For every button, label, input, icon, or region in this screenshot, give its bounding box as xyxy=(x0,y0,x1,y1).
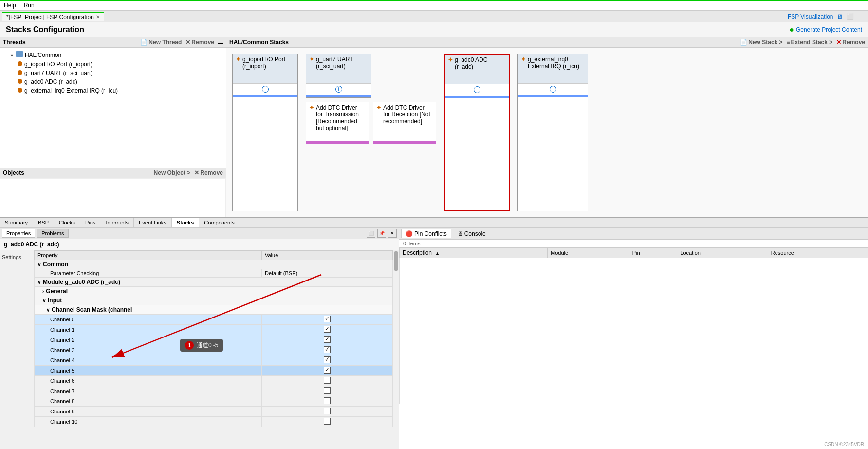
new-object-btn[interactable]: New Object > xyxy=(154,169,191,176)
remove-object-icon: ✕ xyxy=(194,169,199,176)
tooltip-circle: 1 xyxy=(185,341,194,350)
ch9-value[interactable] xyxy=(261,407,392,417)
subsection-general[interactable]: ›General xyxy=(35,287,393,296)
dtc-card-rx[interactable]: ✦ Add DTC Driver for Reception [Not reco… xyxy=(373,102,436,144)
section-common[interactable]: ∨Common xyxy=(35,260,393,269)
threads-header: Threads 📄 New Thread ✕ Remove ▬ xyxy=(0,37,226,48)
pin-table: Description ▲ Module Pin Location Resour… xyxy=(399,247,868,404)
section-module[interactable]: ∨Module g_adc0 ADC (r_adc) xyxy=(35,278,393,287)
row-ch1[interactable]: Channel 1 xyxy=(35,325,393,335)
info-icon-ioport[interactable]: i xyxy=(262,86,269,93)
subsection-input[interactable]: ∨Input xyxy=(35,296,393,305)
pin-col-desc: Description ▲ xyxy=(400,248,548,258)
info-icon-uart[interactable]: i xyxy=(335,86,342,93)
card-header-uart: ✦ g_uart7 UART (r_sci_uart) xyxy=(306,54,371,83)
console-tab[interactable]: 🖥 Console xyxy=(453,229,490,238)
minimize-threads-icon[interactable]: ▬ xyxy=(218,40,223,45)
nav-tab-bsp[interactable]: BSP xyxy=(33,218,54,227)
generate-btn[interactable]: ● Generate Project Content xyxy=(789,25,862,34)
nav-tab-clocks[interactable]: Clocks xyxy=(54,218,80,227)
menu-run[interactable]: Run xyxy=(24,2,35,9)
main-tab[interactable]: *[FSP_Project] FSP Configuration ✕ xyxy=(2,12,104,21)
ch8-value[interactable] xyxy=(261,396,392,407)
col-property: Property xyxy=(35,251,262,260)
tree-item-uart[interactable]: g_uart7 UART (r_sci_uart) xyxy=(0,69,226,77)
restore-icon[interactable]: ⬜ xyxy=(847,13,854,20)
pin-count: 0 items xyxy=(399,240,868,247)
new-stack-btn[interactable]: 📄 New Stack > xyxy=(740,39,782,46)
remove-object-btn[interactable]: ✕ Remove xyxy=(194,169,223,176)
remove-stack-btn[interactable]: ✕ Remove xyxy=(836,39,865,46)
menu-help[interactable]: Help xyxy=(4,2,16,9)
new-thread-btn[interactable]: 📄 New Thread xyxy=(140,39,182,46)
blue-bar-irq xyxy=(518,95,588,97)
pin-col-resource: Resource xyxy=(768,248,868,258)
ch1-value[interactable] xyxy=(261,325,392,335)
row-ch4[interactable]: Channel 4 xyxy=(35,355,393,366)
row-ch5[interactable]: Channel 5 xyxy=(35,366,393,376)
info-icon-adc[interactable]: i xyxy=(474,86,480,93)
remove-thread-btn[interactable]: ✕ Remove xyxy=(185,39,214,46)
card-info-ioport: i xyxy=(233,83,297,94)
props-tool-pin[interactable]: 📌 xyxy=(377,229,386,238)
ch2-label: Channel 2 xyxy=(35,335,262,345)
props-title-text: g_adc0 ADC (r_adc) xyxy=(4,241,59,248)
minimize-icon[interactable]: ─ xyxy=(858,13,862,20)
fsp-viz-icon2: 🖥 xyxy=(837,13,843,20)
ch6-value[interactable] xyxy=(261,376,392,386)
nav-tab-stacks[interactable]: Stacks xyxy=(172,218,199,227)
pin-conflicts-tab[interactable]: 🔴 Pin Conflicts xyxy=(401,229,451,238)
dtc-group: ✦ Add DTC Driver for Transmission [Recom… xyxy=(306,102,436,144)
ch3-value[interactable] xyxy=(261,345,392,355)
ch7-value[interactable] xyxy=(261,386,392,396)
ch2-value[interactable] xyxy=(261,335,392,345)
close-icon[interactable]: ✕ xyxy=(96,14,100,19)
row-ch9[interactable]: Channel 9 xyxy=(35,407,393,417)
extend-stack-btn[interactable]: ≡ Extend Stack > xyxy=(787,39,833,46)
ch10-value[interactable] xyxy=(261,417,392,427)
nav-tab-components[interactable]: Components xyxy=(199,218,240,227)
row-ch10[interactable]: Channel 10 xyxy=(35,417,393,427)
row-ch0[interactable]: Channel 0 xyxy=(35,315,393,325)
props-tab-problems[interactable]: Problems xyxy=(37,229,68,238)
nav-tab-eventlinks[interactable]: Event Links xyxy=(134,218,172,227)
section-module-label: Module g_adc0 ADC (r_adc) xyxy=(43,279,120,285)
dtc-card-tx[interactable]: ✦ Add DTC Driver for Transmission [Recom… xyxy=(306,102,369,144)
stack-card-irq[interactable]: ✦ g_external_irq0 External IRQ (r_icu) i xyxy=(517,54,588,211)
nav-tab-interrupts[interactable]: Interrupts xyxy=(101,218,134,227)
stack-card-adc[interactable]: ✦ g_adc0 ADC (r_adc) i xyxy=(444,54,510,211)
row-ch8[interactable]: Channel 8 xyxy=(35,396,393,407)
ch4-label: Channel 4 xyxy=(35,355,262,366)
stack-card-ioport[interactable]: ✦ g_ioport I/O Port (r_ioport) i xyxy=(232,54,298,211)
row-param-checking[interactable]: Parameter Checking Default (BSP) xyxy=(35,269,393,278)
tree-item-adc[interactable]: g_adc0 ADC (r_adc) xyxy=(0,77,226,86)
pin-empty-row xyxy=(400,258,868,404)
scrollbar[interactable] xyxy=(393,250,399,449)
threads-panel: Threads 📄 New Thread ✕ Remove ▬ xyxy=(0,37,226,217)
tree-item-ioport[interactable]: g_ioport I/O Port (r_ioport) xyxy=(0,60,226,69)
props-toolbar: ⬜ 📌 ✕ xyxy=(367,229,397,238)
props-table-area[interactable]: Property Value ∨Common Parameter Checkin… xyxy=(34,250,393,449)
props-tool-expand[interactable]: ⬜ xyxy=(367,229,375,238)
ch4-value[interactable] xyxy=(261,355,392,366)
subsubsection-channel-scan[interactable]: ∨Channel Scan Mask (channel xyxy=(35,305,393,315)
ch5-value[interactable] xyxy=(261,366,392,376)
fsp-viz-tab[interactable]: FSP Visualization xyxy=(788,13,833,20)
stack-card-uart[interactable]: ✦ g_uart7 UART (r_sci_uart) i xyxy=(306,54,371,98)
props-tool-close[interactable]: ✕ xyxy=(388,229,397,238)
plus-icon-adc: ✦ xyxy=(448,56,453,63)
scrollbar-thumb[interactable] xyxy=(394,251,398,271)
threads-label: Threads xyxy=(3,39,26,46)
tree-item-label-ioport: g_ioport I/O Port (r_ioport) xyxy=(24,61,92,68)
nav-tab-pins[interactable]: Pins xyxy=(80,218,101,227)
tree-item-irq[interactable]: g_external_irq0 External IRQ (r_icu) xyxy=(0,86,226,95)
props-tab-properties[interactable]: Properties xyxy=(2,229,35,238)
info-icon-irq[interactable]: i xyxy=(550,86,556,93)
sort-icon-desc[interactable]: ▲ xyxy=(435,251,440,256)
tree-root[interactable]: HAL/Common xyxy=(0,50,226,60)
hal-panel: HAL/Common Stacks 📄 New Stack > ≡ Extend… xyxy=(226,37,868,217)
nav-tab-summary[interactable]: Summary xyxy=(0,218,33,227)
ch0-value[interactable] xyxy=(261,315,392,325)
row-ch6[interactable]: Channel 6 xyxy=(35,376,393,386)
row-ch7[interactable]: Channel 7 xyxy=(35,386,393,396)
